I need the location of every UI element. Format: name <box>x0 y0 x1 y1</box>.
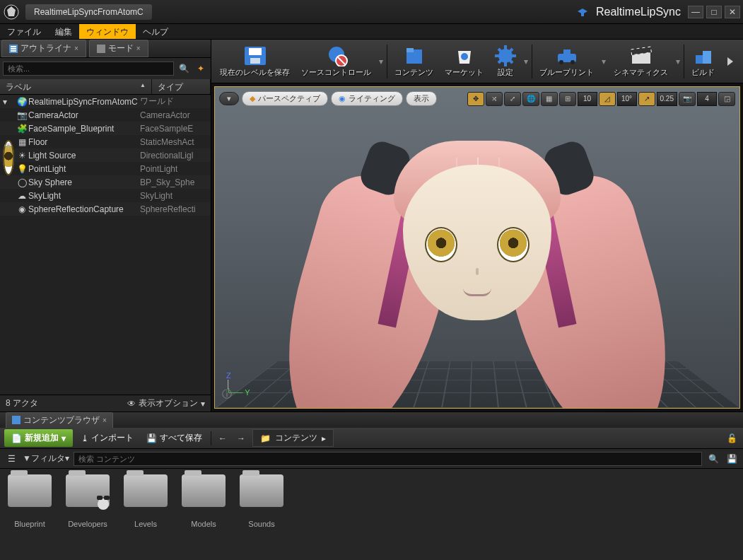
close-button[interactable]: ✕ <box>725 6 740 18</box>
select-mode-icon[interactable]: ✥ <box>467 92 484 106</box>
outliner-row[interactable]: 👁🧩FaceSample_BlueprintFaceSampleE <box>0 122 211 135</box>
svg-rect-33 <box>97 496 103 500</box>
outliner-search-input[interactable] <box>3 62 174 76</box>
history-back-button[interactable]: ← <box>216 431 230 445</box>
search-icon[interactable]: 🔍 <box>706 452 720 466</box>
modes-tab-label: モード <box>108 42 134 54</box>
grid-snap-value[interactable]: 10 <box>578 92 597 106</box>
save-level-button[interactable]: 現在のレベルを保存 <box>214 42 296 81</box>
actor-type: StaticMeshAct <box>140 137 194 147</box>
menu-window[interactable]: ウィンドウ <box>79 24 136 39</box>
import-button[interactable]: ⤓インポート <box>77 429 138 447</box>
level-tab[interactable]: RealtimeLipSyncFromAtomC <box>25 4 152 20</box>
col-type[interactable]: タイプ <box>152 79 211 94</box>
outliner-row[interactable]: 👁☁SkyLightSkyLight <box>0 189 211 202</box>
sources-panel-icon[interactable]: ☰ <box>4 452 18 466</box>
outliner-tab[interactable]: アウトライナ × <box>1 40 86 57</box>
add-filter-icon[interactable]: ✦ <box>194 62 208 76</box>
perspective-button[interactable]: ◆パースペクティブ <box>242 91 328 106</box>
outliner-tree[interactable]: 👁▾🌍RealtimeLipSyncFromAtomCワールド👁📷CameraA… <box>0 95 211 395</box>
svg-rect-29 <box>696 55 703 64</box>
import-icon: ⤓ <box>81 433 88 443</box>
svg-point-32 <box>98 498 109 510</box>
outliner-row[interactable]: 👁☀Light SourceDirectionalLigl <box>0 148 211 162</box>
content-browser-tab[interactable]: コンテンツブラウザ × <box>6 412 113 428</box>
scale-snap-icon[interactable]: ↗ <box>638 92 655 106</box>
add-new-button[interactable]: 📄新規追加▾ <box>4 429 73 447</box>
folder-item[interactable]: Sounds <box>238 474 286 554</box>
actor-type-icon: 📷 <box>16 110 28 120</box>
toolbar-overflow-button[interactable] <box>720 56 740 67</box>
dropdown-icon[interactable]: ▾ <box>377 57 385 66</box>
settings-button[interactable]: 設定 <box>489 42 522 81</box>
dropdown-icon[interactable]: ▾ <box>674 57 682 66</box>
maximize-button[interactable]: □ <box>706 6 722 18</box>
menu-help[interactable]: ヘルプ <box>136 24 175 39</box>
lock-icon[interactable]: 🔓 <box>725 431 739 445</box>
outliner-row[interactable]: 👁◯Sky SphereBP_Sky_Sphe <box>0 175 211 189</box>
actor-type: SphereReflecti <box>140 204 196 214</box>
content-browser-filter-row: ☰ ▼フィルタ▾ 🔍 💾 <box>0 449 743 469</box>
folder-label: Levels <box>134 520 157 528</box>
dropdown-icon[interactable]: ▾ <box>599 57 608 66</box>
visibility-icon[interactable]: 👁 <box>3 140 14 175</box>
maximize-viewport-icon[interactable]: ◲ <box>718 92 735 106</box>
viewport[interactable]: ▾ ◆パースペクティブ ◉ライティング 表示 ✥ ⤨ ⤢ 🌐 ▦ ⊞ 10 ◿ <box>214 86 740 409</box>
marketplace-button[interactable]: マーケット <box>439 42 489 81</box>
viewport-menu-button[interactable]: ▾ <box>219 92 239 105</box>
grid-snap-icon[interactable]: ⊞ <box>559 92 576 106</box>
view-options-button[interactable]: 👁 表示オプション▾ <box>127 397 205 409</box>
build-button[interactable]: ビルド <box>686 42 720 81</box>
camera-speed-icon[interactable]: 📷 <box>679 92 696 106</box>
content-button[interactable]: コンテンツ <box>389 42 439 81</box>
outliner-row[interactable]: 👁📷CameraActorCameraActor <box>0 108 211 122</box>
content-browser-assets[interactable]: BlueprintDevelopersLevelsModelsSounds <box>0 469 743 560</box>
actor-label: SkyLight <box>28 191 140 201</box>
scale-mode-icon[interactable]: ⤢ <box>504 92 521 106</box>
show-button[interactable]: 表示 <box>406 91 437 106</box>
actor-type-icon: ◯ <box>16 177 28 187</box>
folder-item[interactable]: Models <box>180 474 228 554</box>
close-icon[interactable]: × <box>136 45 141 52</box>
angle-snap-value[interactable]: 10° <box>617 92 637 106</box>
save-search-icon[interactable]: 💾 <box>725 452 739 466</box>
col-label[interactable]: ラベル▲ <box>0 79 152 94</box>
content-path-button[interactable]: 📁コンテンツ▸ <box>252 429 334 447</box>
history-forward-button[interactable]: → <box>234 431 248 445</box>
minimize-button[interactable]: — <box>688 6 703 18</box>
outliner-row[interactable]: 👁💡PointLightPointLight <box>0 162 211 175</box>
menu-file[interactable]: ファイル <box>0 24 48 39</box>
outliner-row[interactable]: 👁▾🌍RealtimeLipSyncFromAtomCワールド <box>0 95 211 108</box>
folder-item[interactable]: Blueprint <box>6 474 54 554</box>
scale-snap-value[interactable]: 0.25 <box>657 92 677 106</box>
ue-logo-icon <box>3 4 20 21</box>
close-icon[interactable]: × <box>103 416 107 424</box>
save-all-button[interactable]: 💾すべて保存 <box>142 429 206 447</box>
world-local-icon[interactable]: 🌐 <box>522 92 539 106</box>
content-search-input[interactable] <box>74 452 702 466</box>
menu-edit[interactable]: 編集 <box>48 24 79 39</box>
folder-label: Developers <box>68 520 107 528</box>
folder-item[interactable]: Levels <box>122 474 170 554</box>
translate-mode-icon[interactable]: ⤨ <box>486 92 503 106</box>
close-icon[interactable]: × <box>74 45 78 52</box>
outliner-row[interactable]: 👁▦FloorStaticMeshAct <box>0 135 211 148</box>
lighting-button[interactable]: ◉ライティング <box>331 91 403 106</box>
modes-tab[interactable]: モード × <box>89 40 148 57</box>
viewport-info-icon[interactable]: ⓘ <box>222 388 232 401</box>
surface-snap-icon[interactable]: ▦ <box>541 92 558 106</box>
source-control-button[interactable]: ソースコントロール <box>296 42 377 81</box>
folder-label: Blueprint <box>14 520 45 528</box>
cinematics-button[interactable]: シネマティクス <box>608 42 674 81</box>
camera-speed-value[interactable]: 4 <box>697 92 717 106</box>
angle-snap-icon[interactable]: ◿ <box>599 92 616 106</box>
svg-rect-14 <box>406 48 414 52</box>
blueprints-button[interactable]: ブループリント <box>534 42 599 81</box>
learn-icon[interactable] <box>576 6 589 18</box>
content-browser-toolbar: 📄新規追加▾ ⤓インポート 💾すべて保存 ← → 📁コンテンツ▸ 🔓 <box>0 428 743 449</box>
outliner-row[interactable]: 👁◉SphereReflectionCaptureSphereReflecti <box>0 202 211 216</box>
dropdown-icon[interactable]: ▾ <box>522 57 530 66</box>
search-icon[interactable]: 🔍 <box>177 62 191 76</box>
filters-button[interactable]: ▼フィルタ▾ <box>23 453 69 465</box>
folder-item[interactable]: Developers <box>64 474 112 554</box>
